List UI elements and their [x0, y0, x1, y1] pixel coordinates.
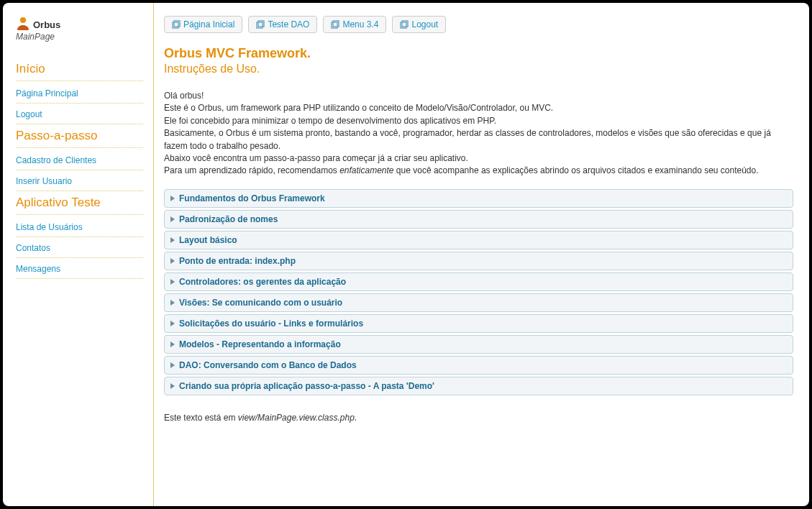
- accordion-item[interactable]: Ponto de entrada: index.php: [164, 252, 793, 270]
- svg-rect-2: [174, 21, 180, 27]
- newwin-icon: [331, 20, 339, 29]
- sidebar: Orbus MainPage Início Página Principal L…: [3, 3, 154, 506]
- triangle-right-icon: [170, 341, 175, 347]
- intro-text: Olá orbus! Este é o Orbus, um framework …: [164, 90, 790, 178]
- logout-button[interactable]: Logout: [392, 16, 446, 33]
- sidebar-heading-passo: Passo-a-passo: [16, 124, 143, 148]
- intro-line: Para um aprendizado rápido, recomendamos: [164, 165, 339, 175]
- brand-subtitle: MainPage: [16, 32, 143, 42]
- sidebar-item-pagina-principal[interactable]: Página Principal: [16, 83, 143, 104]
- accordion-label: Criando sua própria aplicação passo-a-pa…: [179, 381, 434, 391]
- svg-point-0: [20, 17, 26, 23]
- accordion-item[interactable]: Solicitações do usuário - Links e formul…: [164, 314, 793, 333]
- triangle-right-icon: [170, 362, 175, 368]
- sidebar-item-contatos[interactable]: Contatos: [16, 237, 143, 258]
- accordion-label: Solicitações do usuário - Links e formul…: [179, 318, 363, 329]
- footnote-pre: Este texto está em: [164, 413, 238, 423]
- triangle-right-icon: [170, 383, 175, 389]
- accordion-label: Visões: Se comunicando com o usuário: [179, 298, 342, 308]
- svg-rect-8: [402, 21, 408, 27]
- accordion-label: Layout básico: [179, 235, 237, 245]
- accordion-label: DAO: Conversando com o Banco de Dados: [179, 360, 357, 370]
- svg-rect-7: [401, 22, 406, 28]
- button-label: Teste DAO: [268, 19, 309, 29]
- accordion-item[interactable]: Padronização de nomes: [164, 210, 793, 229]
- accordion-item[interactable]: Criando sua própria aplicação passo-a-pa…: [164, 377, 793, 395]
- sidebar-item-logout[interactable]: Logout: [16, 104, 143, 124]
- greeting: Olá orbus!: [164, 91, 204, 101]
- accordion-label: Modelos - Representando a informação: [179, 339, 341, 349]
- svg-rect-3: [257, 22, 263, 28]
- sidebar-heading-inicio: Início: [16, 58, 143, 81]
- accordion-item[interactable]: Fundamentos do Orbus Framework: [164, 189, 793, 208]
- accordion-label: Ponto de entrada: index.php: [179, 256, 296, 266]
- accordion: Fundamentos do Orbus Framework Padroniza…: [164, 189, 793, 395]
- triangle-right-icon: [170, 216, 175, 222]
- svg-rect-4: [258, 21, 264, 27]
- intro-line: Este é o Orbus, um framework para PHP ut…: [164, 103, 553, 113]
- svg-rect-6: [333, 21, 339, 27]
- sidebar-item-lista-usuarios[interactable]: Lista de Usuários: [16, 216, 143, 237]
- svg-rect-5: [332, 22, 337, 28]
- intro-line: Ele foi concebido para minimizar o tempo…: [164, 116, 496, 126]
- pagina-inicial-button[interactable]: Página Inicial: [164, 16, 242, 33]
- user-icon: [16, 16, 30, 30]
- brand-name: Orbus: [33, 19, 60, 30]
- footnote: Este texto está em view/MainPage.view.cl…: [164, 413, 793, 423]
- accordion-item[interactable]: Modelos - Representando a informação: [164, 335, 793, 354]
- brand: Orbus: [16, 16, 143, 30]
- intro-line: Abaixo você encontra um passo-a-passo pa…: [164, 153, 468, 163]
- accordion-label: Padronização de nomes: [179, 214, 278, 224]
- svg-rect-1: [173, 22, 178, 28]
- sidebar-item-mensagens[interactable]: Mensagens: [16, 258, 143, 279]
- triangle-right-icon: [170, 258, 175, 264]
- sidebar-heading-aplicativo: Aplicativo Teste: [16, 191, 143, 215]
- page-title: Orbus MVC Framework.: [164, 46, 793, 61]
- triangle-right-icon: [170, 237, 175, 243]
- triangle-right-icon: [170, 279, 175, 285]
- button-label: Logout: [411, 19, 438, 29]
- sidebar-item-inserir-usuario[interactable]: Inserir Usuario: [16, 170, 143, 191]
- newwin-icon: [172, 20, 181, 29]
- sidebar-item-cadastro-clientes[interactable]: Cadastro de Clientes: [16, 150, 143, 170]
- button-label: Menu 3.4: [342, 19, 378, 29]
- accordion-item[interactable]: DAO: Conversando com o Banco de Dados: [164, 356, 793, 375]
- triangle-right-icon: [170, 300, 175, 306]
- accordion-item[interactable]: Visões: Se comunicando com o usuário: [164, 293, 793, 312]
- triangle-right-icon: [170, 196, 175, 201]
- intro-line: Basicamente, o Orbus é um sistema pronto…: [164, 128, 771, 150]
- teste-dao-button[interactable]: Teste DAO: [248, 16, 317, 33]
- main-content: Página Inicial Teste DAO Menu 3.4 Logout: [154, 3, 809, 506]
- accordion-item[interactable]: Layout básico: [164, 231, 793, 249]
- footnote-path: view/MainPage.view.class.php: [238, 413, 355, 423]
- newwin-icon: [400, 20, 409, 29]
- toolbar: Página Inicial Teste DAO Menu 3.4 Logout: [164, 16, 793, 33]
- page-subtitle: Instruções de Uso.: [164, 63, 793, 75]
- triangle-right-icon: [170, 321, 175, 326]
- newwin-icon: [256, 20, 265, 29]
- accordion-label: Controladores: os gerentes da aplicação: [179, 277, 346, 287]
- intro-line: que você acompanhe as explicações abrind…: [394, 165, 759, 175]
- button-label: Página Inicial: [183, 19, 234, 29]
- footnote-post: .: [355, 413, 357, 423]
- menu34-button[interactable]: Menu 3.4: [323, 16, 386, 33]
- intro-emphasis: enfaticamente: [339, 165, 393, 175]
- accordion-label: Fundamentos do Orbus Framework: [179, 193, 325, 203]
- accordion-item[interactable]: Controladores: os gerentes da aplicação: [164, 272, 793, 291]
